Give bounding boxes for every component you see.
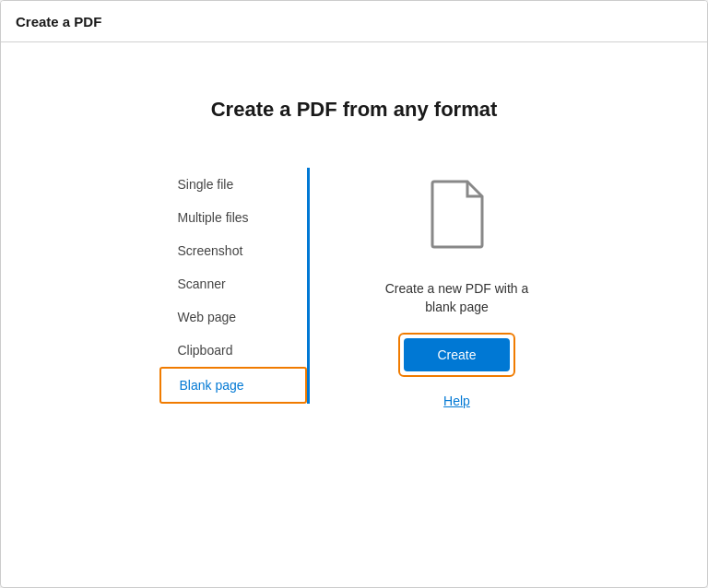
left-nav-panel: Single file Multiple files Screenshot Sc… — [159, 168, 310, 404]
right-panel: Create a new PDF with a blank page Creat… — [365, 168, 549, 408]
nav-item-single-file[interactable]: Single file — [159, 168, 307, 201]
main-heading: Create a PDF from any format — [211, 98, 498, 122]
nav-item-web-page[interactable]: Web page — [159, 300, 307, 334]
create-button-highlight: Create — [398, 333, 514, 377]
blank-page-description: Create a new PDF with a blank page — [384, 280, 531, 316]
blank-document-icon — [425, 177, 490, 251]
nav-item-scanner[interactable]: Scanner — [159, 267, 307, 300]
nav-item-screenshot[interactable]: Screenshot — [159, 234, 307, 267]
title-bar: Create a PDF — [1, 1, 707, 42]
app-window: Create a PDF Create a PDF from any forma… — [0, 0, 708, 588]
nav-item-multiple-files[interactable]: Multiple files — [159, 201, 307, 234]
nav-item-clipboard[interactable]: Clipboard — [159, 334, 307, 367]
main-content: Create a PDF from any format Single file… — [1, 42, 707, 587]
content-area: Single file Multiple files Screenshot Sc… — [159, 168, 549, 408]
file-icon-wrapper — [425, 177, 490, 254]
create-button[interactable]: Create — [404, 338, 509, 371]
page-title: Create a PDF — [16, 14, 101, 29]
nav-item-blank-page[interactable]: Blank page — [159, 367, 307, 404]
help-link[interactable]: Help — [443, 394, 470, 408]
